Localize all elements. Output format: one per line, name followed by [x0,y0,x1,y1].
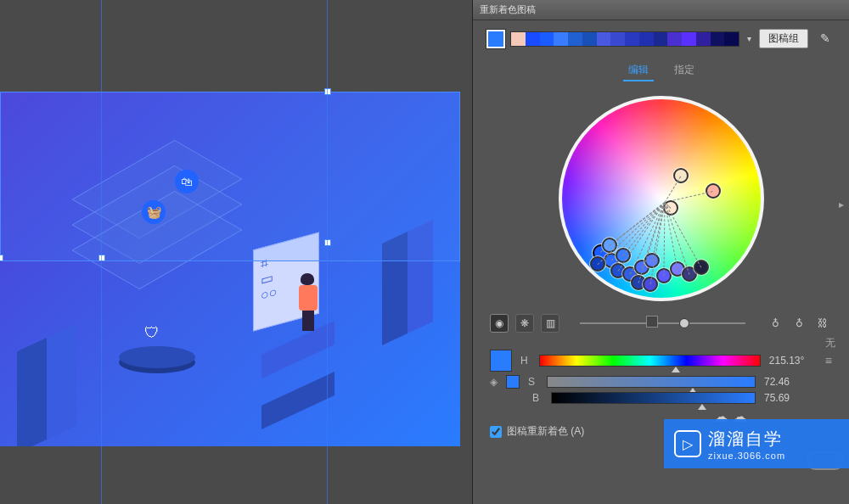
bag-icon: 🛍 [175,170,199,193]
brightness-pointer[interactable] [698,404,706,410]
saturation-label: S [528,376,538,388]
color-group-none-label: 无 [825,336,835,350]
add-color-tool-icon[interactable]: ♁ [766,314,784,333]
guide-vertical[interactable] [101,0,102,504]
guide-vertical[interactable] [327,0,328,504]
slider-marker[interactable] [646,316,658,328]
slider-knob[interactable] [679,318,689,328]
panel-title[interactable]: 重新着色图稿 [473,0,849,20]
watermark-url: zixue.3066.com [708,451,785,461]
basket-icon: 🧺 [142,200,166,224]
color-wheel[interactable] [559,96,764,301]
hue-label: H [520,355,531,367]
hue-pointer[interactable] [672,367,680,372]
sat-swatch[interactable] [506,375,520,389]
color-strip-row: ▾ 图稿组 ✎ [473,20,849,57]
strip-dropdown-icon[interactable]: ▾ [745,34,754,43]
hsb-sliders: H 215.13° ≡ ◈ S 72.46 B 75.69 [473,343,849,411]
eyedropper-icon[interactable]: ✎ [820,31,835,47]
hue-slider[interactable] [539,355,761,367]
strip-color[interactable] [582,32,597,46]
active-color-swatch[interactable] [486,30,505,48]
strip-color[interactable] [682,32,696,46]
strip-color[interactable] [625,32,639,46]
strip-color[interactable] [724,32,739,46]
remove-color-tool-icon[interactable]: ♁ [790,314,808,333]
color-group-preset[interactable]: 图稿组 [759,29,808,48]
selection-handle-n[interactable] [324,88,331,95]
iso-pillar-left [17,324,76,446]
strip-color[interactable] [654,32,668,46]
tab-assign[interactable]: 指定 [669,60,700,81]
saturation-slider[interactable] [547,376,756,388]
tab-edit[interactable]: 编辑 [623,60,654,81]
wheel-tools-row: ◉ ❋ ▥ ♁ ♁ ⛓ [473,311,849,343]
strip-color[interactable] [568,32,582,46]
watermark-play-icon: ▷ [674,430,701,457]
strip-color[interactable] [696,32,711,46]
hsb-swatch[interactable] [490,350,512,372]
strip-color[interactable] [711,32,725,46]
color-bars-button[interactable]: ▥ [541,314,559,333]
unlink-harmony-icon[interactable]: ⛓ [813,314,832,333]
saturation-value[interactable]: 72.46 [764,376,812,388]
selection-handle-w[interactable] [0,255,3,261]
person-figure [295,273,321,333]
selection-handle[interactable] [98,255,105,261]
selection-handle[interactable] [324,239,331,246]
iso-pillar-right [382,220,433,345]
recolor-art-checkbox[interactable] [490,426,502,438]
strip-color[interactable] [511,32,526,46]
canvas-area: 🛍 🧺 🛡︎ ⌗▭○○ [0,0,472,504]
brightness-value[interactable]: 75.69 [764,392,812,404]
strip-color[interactable] [597,32,611,46]
strip-color[interactable] [639,32,654,46]
segmented-wheel-button[interactable]: ❋ [515,314,534,333]
strip-color[interactable] [554,32,568,46]
color-wheel-area: ▸ [473,87,849,311]
strip-color[interactable] [540,32,554,46]
brightness-slider[interactable] [580,320,745,327]
wheel-spoke [663,202,665,276]
artwork-illustration[interactable]: 🛍 🧺 🛡︎ ⌗▭○○ [0,92,460,446]
brightness-label: B [532,392,543,404]
mode-tabs: 编辑 指定 [473,57,849,87]
shield-icon: 🛡︎ [144,324,168,353]
watermark-brand: 溜溜自学 [708,428,785,451]
strip-color[interactable] [610,32,625,46]
smooth-wheel-button[interactable]: ◉ [490,314,509,333]
strip-color[interactable] [526,32,540,46]
expand-panel-icon[interactable]: ▸ [839,199,844,210]
recolor-art-label: 图稿重新着色 (A) [507,424,584,439]
hue-value[interactable]: 215.13° [769,355,817,367]
watermark-banner: ▷ 溜溜自学 zixue.3066.com [664,419,849,468]
brightness-slider-b[interactable] [551,392,756,404]
strip-color[interactable] [667,32,682,46]
slider-menu-icon[interactable]: ≡ [825,354,832,367]
document-colors-strip[interactable] [510,31,739,47]
cube-icon[interactable]: ◈ [490,376,498,388]
